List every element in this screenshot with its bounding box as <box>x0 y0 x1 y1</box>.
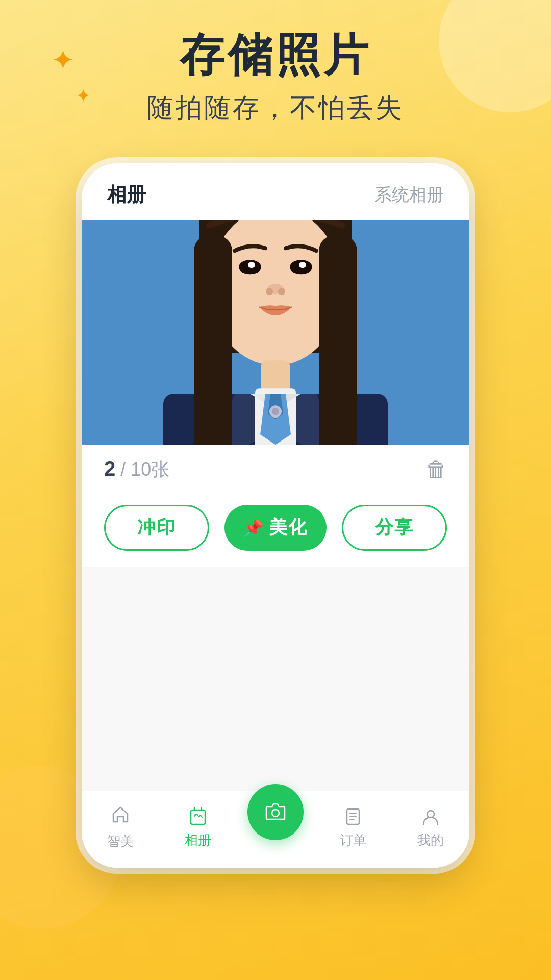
svg-point-9 <box>266 288 273 295</box>
beautify-icon: 📌 <box>243 518 265 537</box>
phone-header: 相册 系统相册 <box>82 163 469 220</box>
photo-count: 2 / 10张 <box>104 457 169 482</box>
nav-item-mine[interactable]: 我的 <box>392 806 469 849</box>
nav-item-album[interactable]: 相册 <box>159 806 237 849</box>
tab-system-album[interactable]: 系统相册 <box>374 183 444 207</box>
bottom-space <box>82 567 469 791</box>
title-area: 存储照片 随拍随存，不怕丢失 <box>0 31 551 126</box>
photo-count-total: 10张 <box>131 459 169 480</box>
beautify-label: 美化 <box>269 515 308 540</box>
nav-label-album: 相册 <box>185 831 211 849</box>
delete-button[interactable]: 🗑 <box>425 457 447 482</box>
nav-item-zhimei[interactable]: 智美 <box>82 804 159 850</box>
bottom-nav: 智美 相册 <box>82 791 469 868</box>
svg-rect-23 <box>319 235 357 444</box>
photo-count-current: 2 <box>104 457 115 480</box>
photo-image <box>82 220 469 445</box>
share-button[interactable]: 分享 <box>342 505 447 551</box>
action-buttons: 冲印 📌 美化 分享 <box>82 495 469 567</box>
nav-label-mine: 我的 <box>417 831 444 849</box>
photo-area <box>82 220 469 445</box>
print-button[interactable]: 冲印 <box>104 505 209 551</box>
svg-point-7 <box>299 262 306 268</box>
nav-label-zhimei: 智美 <box>107 832 134 850</box>
svg-point-25 <box>194 814 196 816</box>
album-icon <box>188 806 208 828</box>
tab-album[interactable]: 相册 <box>107 182 146 208</box>
nav-item-orders[interactable]: 订单 <box>314 806 392 849</box>
sub-title: 随拍随存，不怕丢失 <box>0 90 551 126</box>
camera-button[interactable] <box>247 784 304 840</box>
svg-rect-24 <box>191 810 205 824</box>
orders-icon <box>343 806 363 828</box>
photo-info-bar: 2 / 10张 🗑 <box>82 445 469 495</box>
home-icon <box>110 804 131 829</box>
svg-point-21 <box>272 408 279 415</box>
main-title: 存储照片 <box>0 31 551 80</box>
photo-count-separator: / <box>120 459 126 480</box>
nav-label-orders: 订单 <box>340 831 366 849</box>
beautify-button[interactable]: 📌 美化 <box>224 505 327 551</box>
phone-mockup: 相册 系统相册 <box>82 163 469 868</box>
profile-icon <box>420 806 441 828</box>
svg-point-6 <box>248 262 255 268</box>
svg-rect-22 <box>194 235 232 444</box>
svg-point-10 <box>278 288 285 295</box>
svg-point-26 <box>272 810 279 817</box>
nav-item-camera[interactable] <box>237 784 314 840</box>
